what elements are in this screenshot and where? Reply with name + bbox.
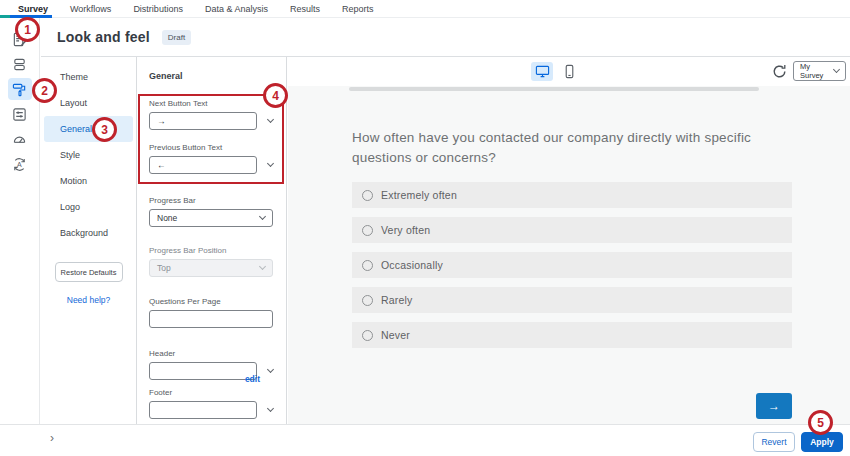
field-label: Progress Bar [149, 196, 274, 205]
status-badge: Draft [162, 30, 191, 45]
svg-text:A: A [17, 160, 22, 167]
tab-reports[interactable]: Reports [342, 4, 374, 14]
mobile-view-icon[interactable] [558, 62, 580, 81]
restore-defaults-button[interactable]: Restore Defaults [55, 262, 123, 282]
radio-icon [362, 190, 373, 201]
questions-per-page-input[interactable] [149, 310, 273, 328]
field-progress-bar-position: Progress Bar Position Top [149, 246, 274, 277]
revert-button[interactable]: Revert [753, 432, 795, 452]
general-settings-panel: General Next Button Text → Previous Butt… [136, 57, 287, 424]
option-occasionally[interactable]: Occasionally [352, 252, 792, 278]
preview-scrollbar[interactable] [349, 87, 759, 91]
tab-workflows[interactable]: Workflows [70, 4, 111, 14]
chevron-down-icon[interactable] [267, 405, 274, 412]
menu-item-background[interactable]: Background [44, 220, 133, 246]
menu-item-style[interactable]: Style [44, 142, 133, 168]
tab-data-analysis[interactable]: Data & Analysis [205, 4, 268, 14]
field-label: Footer [149, 388, 274, 397]
selected-value: Top [157, 263, 171, 273]
footer-input[interactable] [149, 401, 257, 419]
selected-survey: My Survey [800, 62, 834, 80]
radio-icon [362, 260, 373, 271]
field-label: Previous Button Text [149, 143, 274, 152]
progress-bar-select[interactable]: None [149, 209, 273, 227]
header-input[interactable] [149, 362, 257, 380]
look-feel-menu: Theme Layout General Style Motion Logo B… [41, 57, 136, 424]
option-label: Extremely often [381, 189, 457, 201]
option-rarely[interactable]: Rarely [352, 287, 792, 313]
annotation-step-3: 3 [92, 117, 117, 142]
survey-options-icon[interactable] [8, 103, 32, 125]
preview-next-button[interactable]: → [756, 393, 792, 419]
next-button-text-input[interactable]: → [149, 112, 257, 130]
survey-preview-pane: My Survey How often have you contacted o… [288, 57, 850, 424]
field-questions-per-page: Questions Per Page [149, 297, 274, 328]
field-footer: Footer [149, 388, 274, 419]
menu-item-motion[interactable]: Motion [44, 168, 133, 194]
option-label: Occasionally [381, 259, 443, 271]
option-extremely-often[interactable]: Extremely often [352, 182, 792, 208]
tab-results[interactable]: Results [290, 4, 320, 14]
field-label: Questions Per Page [149, 297, 274, 306]
menu-item-theme[interactable]: Theme [44, 64, 133, 90]
chevron-down-icon [259, 263, 266, 270]
radio-icon [362, 330, 373, 341]
annotation-step-5: 5 [808, 410, 833, 435]
need-help-link[interactable]: Need help? [41, 295, 136, 305]
option-label: Very often [381, 224, 430, 236]
annotation-step-2: 2 [32, 78, 57, 103]
expand-panel-icon[interactable]: › [50, 431, 54, 445]
field-next-button-text: Next Button Text → [149, 99, 274, 130]
menu-item-layout[interactable]: Layout [44, 90, 133, 116]
annotation-step-4: 4 [263, 83, 288, 108]
footer-bar: › Revert Apply [0, 424, 850, 456]
menu-item-logo[interactable]: Logo [44, 194, 133, 220]
top-navigation: Survey Workflows Distributions Data & An… [0, 0, 850, 18]
radio-icon [362, 295, 373, 306]
preview-question-text: How often have you contacted our company… [352, 128, 812, 167]
page-header: Look and feel Draft [41, 18, 850, 57]
option-never[interactable]: Never [352, 322, 792, 348]
selected-value: None [157, 213, 177, 223]
field-label: Next Button Text [149, 99, 274, 108]
previous-button-text-input[interactable]: ← [149, 156, 257, 174]
page-title: Look and feel [57, 29, 150, 45]
survey-flow-icon[interactable] [8, 53, 32, 75]
survey-selector-dropdown[interactable]: My Survey [793, 61, 846, 81]
field-previous-button-text: Previous Button Text ← [149, 143, 274, 174]
section-title: General [149, 71, 274, 81]
progress-bar-position-select: Top [149, 259, 273, 277]
field-label: Progress Bar Position [149, 246, 274, 255]
menu-item-general[interactable]: General [44, 116, 133, 142]
quotas-icon[interactable] [8, 128, 32, 150]
preview-toolbar: My Survey [288, 57, 850, 86]
look-and-feel-icon[interactable] [8, 78, 32, 100]
option-very-often[interactable]: Very often [352, 217, 792, 243]
apply-button[interactable]: Apply [801, 432, 843, 452]
radio-icon [362, 225, 373, 236]
translations-icon[interactable]: A [8, 153, 32, 175]
annotation-step-1: 1 [15, 17, 40, 42]
chevron-down-icon [259, 213, 266, 220]
chevron-down-icon[interactable] [267, 366, 274, 373]
option-label: Rarely [381, 294, 413, 306]
chevron-down-icon[interactable] [267, 160, 274, 167]
field-progress-bar: Progress Bar None [149, 196, 274, 227]
option-label: Never [381, 329, 410, 341]
refresh-preview-icon[interactable] [771, 63, 788, 80]
tab-distributions[interactable]: Distributions [133, 4, 183, 14]
tab-survey[interactable]: Survey [18, 4, 48, 14]
chevron-down-icon[interactable] [267, 116, 274, 123]
desktop-view-icon[interactable] [531, 62, 553, 81]
field-label: Header [149, 349, 274, 358]
